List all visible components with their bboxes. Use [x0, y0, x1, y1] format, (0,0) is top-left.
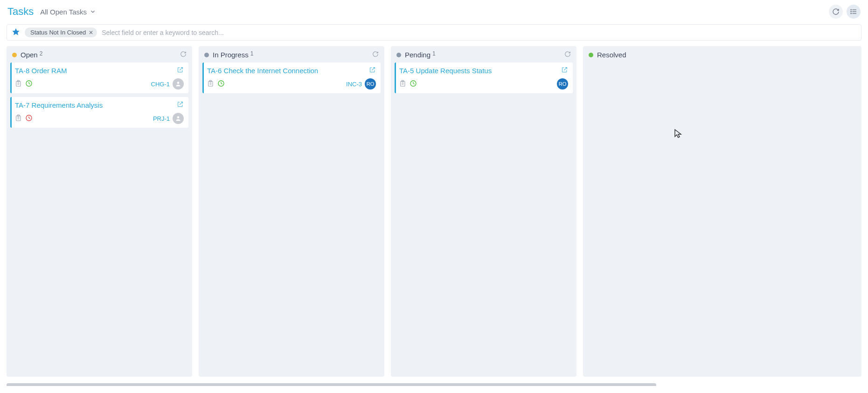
- refresh-icon: [180, 51, 187, 57]
- svg-line-13: [29, 83, 30, 84]
- assignee-avatar[interactable]: [173, 113, 184, 124]
- clipboard-icon: [207, 80, 215, 89]
- task-card[interactable]: TA-6 Check the Internet Connection INC-3…: [202, 62, 381, 93]
- clipboard-icon: [399, 80, 407, 89]
- column-pending: Pending1 TA-5 Update Requests Status RO: [391, 46, 576, 377]
- card-top-row: TA-6 Check the Internet Connection: [207, 66, 376, 75]
- task-reference[interactable]: INC-3: [346, 81, 362, 88]
- svg-point-5: [851, 13, 851, 14]
- status-dot-icon: [204, 53, 209, 57]
- task-title: Update Requests Status: [416, 67, 492, 75]
- card-top-row: TA-8 Order RAM: [15, 66, 184, 75]
- svg-point-4: [851, 11, 851, 12]
- external-link-icon: [177, 66, 184, 73]
- task-title: Check the Internet Connection: [224, 67, 319, 75]
- svg-point-3: [851, 9, 851, 10]
- search-bar: Status Not In Closed ✕: [7, 24, 861, 41]
- sla-clock-icon: [25, 80, 33, 89]
- kanban-board: Open2 TA-8 Order RAM CHG-1TA-7 Requireme…: [0, 46, 868, 383]
- assignee-avatar[interactable]: RO: [557, 78, 568, 90]
- task-id: TA-5: [399, 67, 414, 75]
- page-title: Tasks: [7, 6, 34, 18]
- open-external-button[interactable]: [177, 101, 184, 109]
- page-header: Tasks All Open Tasks: [0, 0, 868, 21]
- column-refresh-button[interactable]: [372, 51, 379, 59]
- task-card[interactable]: TA-5 Update Requests Status RO: [395, 62, 573, 93]
- column-title: Pending: [405, 51, 431, 59]
- card-list: TA-6 Check the Internet Connection INC-3…: [199, 62, 384, 93]
- sla-clock-icon: [25, 114, 33, 123]
- svg-line-29: [221, 83, 222, 84]
- task-link[interactable]: TA-6 Check the Internet Connection: [207, 67, 318, 75]
- card-list: TA-8 Order RAM CHG-1TA-7 Requirements An…: [7, 62, 192, 128]
- status-dot-icon: [589, 53, 593, 57]
- list-view-button[interactable]: [847, 5, 861, 19]
- column-header: In Progress1: [199, 46, 384, 62]
- column-header: Open2: [7, 46, 192, 62]
- view-selector[interactable]: All Open Tasks: [40, 8, 96, 16]
- header-actions: [829, 5, 861, 19]
- column-title: Open: [21, 51, 38, 59]
- person-icon: [175, 81, 181, 87]
- scrollbar-thumb[interactable]: [7, 383, 656, 386]
- view-selector-label: All Open Tasks: [40, 8, 87, 16]
- refresh-icon: [372, 51, 379, 57]
- task-link[interactable]: TA-5 Update Requests Status: [399, 67, 492, 75]
- avatar-initials: RO: [559, 81, 567, 87]
- search-input[interactable]: [102, 29, 856, 36]
- card-bottom-row: INC-3RO: [207, 78, 376, 90]
- column-count: 1: [432, 50, 436, 57]
- refresh-icon: [832, 8, 840, 15]
- column-count: 1: [250, 50, 254, 57]
- person-icon: [175, 115, 181, 122]
- column-title: Resolved: [597, 51, 626, 59]
- column-count: 2: [40, 50, 43, 57]
- svg-point-22: [177, 116, 180, 118]
- horizontal-scrollbar[interactable]: [7, 383, 861, 386]
- filter-chip-label: Status Not In Closed: [30, 29, 86, 36]
- refresh-button[interactable]: [829, 5, 843, 19]
- task-title: Order RAM: [32, 67, 67, 75]
- open-external-button[interactable]: [561, 66, 568, 75]
- task-id: TA-6: [207, 67, 222, 75]
- card-list: TA-5 Update Requests Status RO: [391, 62, 576, 93]
- refresh-icon: [564, 51, 571, 57]
- svg-point-14: [177, 82, 180, 84]
- card-bottom-row: RO: [399, 78, 568, 90]
- card-top-row: TA-7 Requirements Analysis: [15, 101, 184, 109]
- task-id: TA-8: [15, 67, 29, 75]
- open-external-button[interactable]: [369, 66, 376, 75]
- column-resolved: Resolved: [583, 46, 861, 377]
- status-dot-icon: [396, 53, 401, 57]
- chevron-down-icon: [90, 8, 96, 15]
- task-reference[interactable]: CHG-1: [151, 81, 170, 88]
- svg-line-21: [29, 118, 30, 118]
- clipboard-icon: [15, 114, 22, 123]
- assignee-avatar[interactable]: [173, 78, 184, 90]
- column-refresh-button[interactable]: [564, 51, 571, 59]
- favorite-icon[interactable]: [12, 28, 20, 37]
- filter-chip-status[interactable]: Status Not In Closed ✕: [25, 28, 97, 37]
- card-top-row: TA-5 Update Requests Status: [399, 66, 568, 75]
- external-link-icon: [561, 66, 568, 73]
- task-title: Requirements Analysis: [32, 101, 103, 109]
- open-external-button[interactable]: [177, 66, 184, 75]
- sla-clock-icon: [217, 80, 225, 89]
- task-link[interactable]: TA-8 Order RAM: [15, 67, 67, 75]
- avatar-initials: RO: [367, 81, 375, 87]
- task-card[interactable]: TA-7 Requirements Analysis PRJ-1: [10, 97, 188, 128]
- task-link[interactable]: TA-7 Requirements Analysis: [15, 101, 103, 109]
- task-reference[interactable]: PRJ-1: [153, 115, 170, 122]
- assignee-avatar[interactable]: RO: [365, 78, 376, 90]
- filter-chip-remove[interactable]: ✕: [89, 30, 93, 35]
- column-title: In Progress: [213, 51, 249, 59]
- column-in_progress: In Progress1 TA-6 Check the Internet Con…: [199, 46, 384, 377]
- column-header: Resolved: [583, 46, 861, 62]
- column-refresh-button[interactable]: [180, 51, 187, 59]
- column-header: Pending1: [391, 46, 576, 62]
- list-icon: [850, 8, 857, 15]
- task-card[interactable]: TA-8 Order RAM CHG-1: [10, 62, 188, 93]
- sla-clock-icon: [410, 80, 417, 89]
- clipboard-icon: [15, 80, 22, 89]
- status-dot-icon: [12, 53, 17, 57]
